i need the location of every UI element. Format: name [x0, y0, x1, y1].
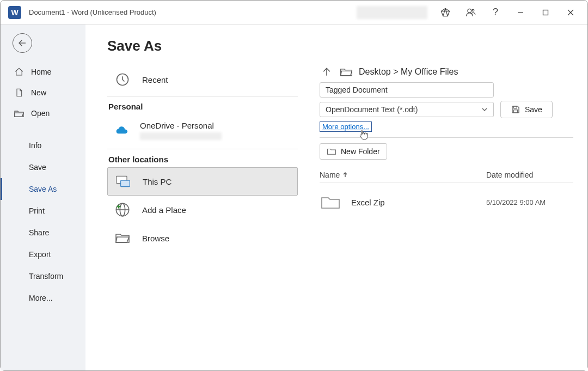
- filename-input[interactable]: [320, 82, 494, 98]
- chevron-down-icon: [481, 106, 488, 113]
- open-icon: [14, 108, 24, 119]
- location-label: Add a Place: [142, 205, 186, 215]
- back-button[interactable]: [13, 33, 32, 53]
- onedrive-icon: [115, 123, 130, 138]
- location-label: Browse: [142, 234, 169, 243]
- column-headers: Name Date modified: [320, 171, 573, 183]
- maximize-button[interactable]: [533, 1, 558, 25]
- location-browse[interactable]: Browse: [107, 224, 298, 252]
- location-label: This PC: [143, 177, 171, 186]
- sidebar-item-save[interactable]: Save: [1, 156, 85, 178]
- thispc-icon: [115, 174, 131, 189]
- browse-icon: [115, 230, 130, 246]
- column-date[interactable]: Date modified: [486, 171, 573, 179]
- svg-rect-17: [513, 110, 518, 113]
- folder-icon: [327, 148, 336, 155]
- sidebar-item-info[interactable]: Info: [1, 135, 85, 156]
- file-date: 5/10/2022 9:00 AM: [486, 198, 573, 206]
- sidebar-item-transform[interactable]: Transform: [1, 265, 85, 287]
- location-label: Recent: [142, 75, 168, 84]
- sort-arrow-icon: [342, 172, 348, 178]
- column-name[interactable]: Name: [320, 171, 486, 179]
- save-icon: [511, 105, 520, 114]
- svg-point-0: [468, 9, 471, 13]
- file-name: Excel Zip: [351, 198, 486, 207]
- location-recent[interactable]: Recent: [107, 65, 298, 94]
- window-title: Document1 - Word (Unlicensed Product): [29, 8, 156, 16]
- breadcrumb[interactable]: Desktop > My Office Files: [359, 67, 458, 77]
- location-onedrive[interactable]: OneDrive - Personal: [107, 114, 298, 147]
- sidebar-item-saveas[interactable]: Save As: [1, 178, 85, 200]
- account-icon[interactable]: [458, 1, 483, 25]
- svg-rect-3: [543, 10, 548, 15]
- help-icon[interactable]: ?: [483, 1, 508, 25]
- svg-rect-16: [513, 106, 517, 108]
- app-icon: W: [8, 6, 21, 19]
- up-button[interactable]: [320, 65, 334, 79]
- sidebar-label: Open: [31, 109, 50, 118]
- section-other: Other locations: [108, 155, 298, 164]
- sidebar-home[interactable]: Home: [1, 62, 85, 82]
- addplace-icon: [115, 202, 130, 217]
- svg-rect-9: [121, 180, 130, 186]
- cursor-icon: [358, 130, 368, 141]
- filetype-select[interactable]: OpenDocument Text (*.odt): [320, 102, 494, 117]
- location-addplace[interactable]: Add a Place: [107, 196, 298, 224]
- new-icon: [14, 87, 24, 98]
- folder-icon: [320, 194, 341, 210]
- backstage-sidebar: Home New Open Info Save Save As Print Sh…: [1, 25, 85, 370]
- sidebar-item-print[interactable]: Print: [1, 200, 85, 222]
- account-area[interactable]: [357, 6, 427, 19]
- sidebar-label: Home: [31, 68, 51, 76]
- file-row[interactable]: Excel Zip 5/10/2022 9:00 AM: [320, 183, 573, 221]
- location-label: OneDrive - Personal: [140, 121, 222, 130]
- section-personal: Personal: [108, 102, 298, 111]
- premium-icon[interactable]: [433, 1, 458, 25]
- svg-point-1: [472, 9, 474, 11]
- sidebar-item-share[interactable]: Share: [1, 222, 85, 244]
- new-folder-button[interactable]: New Folder: [320, 143, 387, 160]
- new-folder-label: New Folder: [341, 147, 380, 156]
- more-options-link[interactable]: More options...: [320, 121, 372, 132]
- home-icon: [14, 66, 24, 77]
- titlebar: W Document1 - Word (Unlicensed Product) …: [1, 1, 587, 25]
- sidebar-open[interactable]: Open: [1, 103, 85, 124]
- sidebar-item-more[interactable]: More...: [1, 287, 85, 309]
- onedrive-account: [140, 132, 222, 140]
- filetype-label: OpenDocument Text (*.odt): [326, 105, 418, 114]
- page-title: Save As: [107, 38, 298, 54]
- sidebar-label: New: [31, 88, 46, 97]
- folder-icon: [339, 65, 353, 79]
- sidebar-item-export[interactable]: Export: [1, 244, 85, 265]
- minimize-button[interactable]: [508, 1, 533, 25]
- save-button[interactable]: Save: [500, 101, 553, 118]
- save-label: Save: [525, 105, 542, 114]
- sidebar-new[interactable]: New: [1, 82, 85, 103]
- close-button[interactable]: [558, 1, 583, 25]
- location-thispc[interactable]: This PC: [107, 167, 298, 196]
- recent-icon: [115, 72, 130, 87]
